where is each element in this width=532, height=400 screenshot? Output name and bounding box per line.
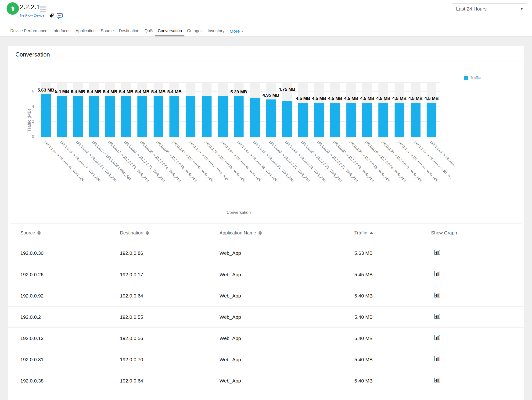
show-graph-button[interactable] xyxy=(434,377,440,383)
bar-value-label: 4.5 MB xyxy=(296,96,310,101)
plot-area: 02465.63 MB5.4 MB5.4 MB5.4 MB5.4 MB5.4 M… xyxy=(38,82,440,137)
application-cell: Web_App xyxy=(220,250,354,256)
x-axis-labels: 192.0.0.30 -> 192.0.0.86 : Web_App192.0.… xyxy=(38,137,440,209)
chart-bar[interactable] xyxy=(218,96,228,137)
destination-cell: 192.0.0.56 xyxy=(120,336,220,341)
chart-bar[interactable] xyxy=(202,96,212,137)
chevron-down-icon: ▼ xyxy=(241,30,244,33)
show-graph-button[interactable] xyxy=(434,314,440,319)
bar-track: 4.5 MB xyxy=(330,83,340,137)
column-header-label: Source xyxy=(20,230,35,236)
tab-interfaces[interactable]: Interfaces xyxy=(50,29,73,37)
chart-bar[interactable] xyxy=(314,103,324,137)
tab-device-performance[interactable]: Device Performance xyxy=(8,29,50,37)
tab-inventory[interactable]: Inventory xyxy=(205,29,227,37)
chart-bar[interactable] xyxy=(411,103,420,137)
chart-bar[interactable] xyxy=(427,103,437,137)
traffic-cell: 5.40 MB xyxy=(354,293,431,299)
chart-area: Traffic (MB) 02465.63 MB5.4 MB5.4 MB5.4 … xyxy=(38,82,440,209)
chart-bar[interactable] xyxy=(137,96,147,137)
bar-track: 5.4 MB xyxy=(105,83,115,137)
bar-value-label: 4.5 MB xyxy=(312,96,326,101)
show-graph-button[interactable] xyxy=(434,356,440,362)
time-range-select[interactable]: Last 24 Hours ▼ xyxy=(452,3,527,14)
table-row: 192.0.0.26192.0.0.17Web_App5.45 MB xyxy=(8,264,524,285)
table-row: 192.0.0.92192.0.0.64Web_App5.40 MB xyxy=(8,285,524,306)
up-arrow-icon xyxy=(9,5,16,12)
chart-bar[interactable] xyxy=(362,103,372,137)
bar-value-label: 5.4 MB xyxy=(119,89,133,94)
legend-label: Traffic xyxy=(470,75,481,80)
source-cell: 192.0.0.26 xyxy=(20,272,120,277)
chart-bar[interactable] xyxy=(41,94,51,137)
chart-bar[interactable] xyxy=(395,103,404,137)
y-tick-label: 2 xyxy=(32,119,34,124)
tab-outages[interactable]: Outages xyxy=(184,29,205,37)
comment-icon[interactable] xyxy=(57,13,63,20)
bar-track: 4.5 MB xyxy=(298,83,308,137)
show-graph-button[interactable] xyxy=(434,250,440,255)
tab-more[interactable]: More ▼ xyxy=(227,29,247,37)
tab-application[interactable]: Application xyxy=(73,29,98,37)
chart-bar[interactable] xyxy=(89,96,99,137)
application-cell: Web_App xyxy=(220,378,354,384)
chart-bar[interactable] xyxy=(266,99,276,137)
chart-bar[interactable] xyxy=(73,96,83,137)
chart-bar[interactable] xyxy=(298,103,308,137)
chart-bar[interactable] xyxy=(346,103,356,137)
show-graph-cell xyxy=(431,314,524,320)
bar-track: 4.5 MB xyxy=(427,83,437,137)
column-header-traffic[interactable]: Traffic xyxy=(354,230,431,236)
table-header-row: SourceDestinationApplication NameTraffic… xyxy=(8,224,524,242)
chart-bar[interactable] xyxy=(170,96,179,137)
bar-track xyxy=(186,83,195,137)
tab-conversation[interactable]: Conversation xyxy=(155,29,184,37)
column-header-label: Show Graph xyxy=(431,230,457,236)
table-row: 192.0.0.38192.0.0.64Web_App5.40 MB xyxy=(8,370,524,391)
tab-source[interactable]: Source xyxy=(98,29,116,37)
bar-value-label: 4.5 MB xyxy=(360,96,374,101)
bar-track: 4.5 MB xyxy=(411,83,420,137)
y-tick-label: 6 xyxy=(32,89,34,94)
chart-bar[interactable] xyxy=(378,103,388,137)
y-tick-label: 0 xyxy=(32,134,34,139)
column-header-show-graph: Show Graph xyxy=(431,230,524,236)
bar-track: 5.4 MB xyxy=(73,83,83,137)
show-graph-button[interactable] xyxy=(434,335,440,340)
column-header-destination[interactable]: Destination xyxy=(120,230,220,236)
table-body: 192.0.0.30192.0.0.86Web_App5.63 MB192.0.… xyxy=(8,242,524,391)
legend-item-traffic[interactable]: Traffic xyxy=(464,75,481,80)
device-type-link[interactable]: NetFlow Device xyxy=(20,13,44,17)
bar-value-label: 4.5 MB xyxy=(408,96,423,101)
conversation-chart: Traffic Traffic (MB) 02465.63 MB5.4 MB5.… xyxy=(8,62,524,222)
x-axis-label: 192.0.0.98 -> 192.0.0.. xyxy=(429,140,457,167)
chart-bar[interactable] xyxy=(330,103,340,137)
chart-bar[interactable] xyxy=(282,101,292,137)
tab-destination[interactable]: Destination xyxy=(116,29,142,37)
tag-icon[interactable] xyxy=(49,13,54,19)
chart-bar[interactable] xyxy=(250,98,260,137)
tab-qos[interactable]: QoS xyxy=(142,29,155,37)
chart-bar[interactable] xyxy=(186,96,195,137)
application-cell: Web_App xyxy=(220,293,354,299)
column-header-label: Destination xyxy=(120,230,143,236)
show-graph-button[interactable] xyxy=(434,271,440,277)
show-graph-cell xyxy=(431,271,524,278)
chart-bar[interactable] xyxy=(105,96,115,137)
column-header-source[interactable]: Source xyxy=(20,230,120,236)
bar-value-label: 5.4 MB xyxy=(151,89,165,94)
bar-value-label: 5.39 MB xyxy=(230,89,247,95)
chart-bar[interactable] xyxy=(57,96,67,137)
bar-value-label: 4.5 MB xyxy=(328,96,342,101)
traffic-cell: 5.45 MB xyxy=(354,272,431,277)
column-header-application-name[interactable]: Application Name xyxy=(220,230,354,236)
chart-bar[interactable] xyxy=(234,96,244,137)
application-cell: Web_App xyxy=(220,314,354,320)
bar-track: 5.4 MB xyxy=(170,83,179,137)
chart-bar[interactable] xyxy=(121,96,131,137)
show-graph-button[interactable] xyxy=(434,292,440,298)
hamburger-menu-icon[interactable] xyxy=(40,6,46,13)
chart-bar[interactable] xyxy=(154,96,163,137)
bar-value-label: 4.95 MB xyxy=(262,93,279,98)
conversation-table: SourceDestinationApplication NameTraffic… xyxy=(8,223,524,391)
